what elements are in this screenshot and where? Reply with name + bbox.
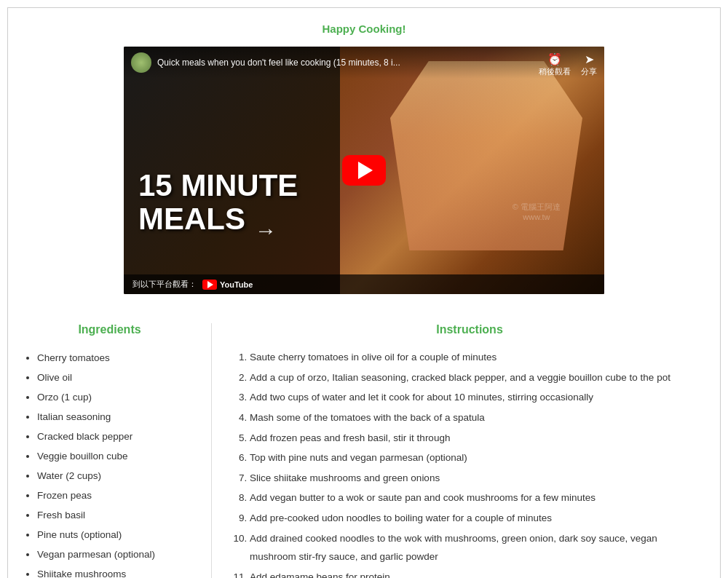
video-thumbnail[interactable]: Quick meals when you don't feel like coo… — [124, 47, 604, 294]
ingredient-item: Orzo (1 cup) — [37, 387, 197, 407]
video-top-right-labels: ⏰ 稍後觀看 ➤ 分享 — [539, 52, 597, 77]
instructions-column: Instructions Saute cherry tomatoes in ol… — [234, 323, 705, 578]
video-bottom-bar: 到以下平台觀看： YouTube — [124, 274, 604, 294]
ingredient-item: Fresh basil — [37, 505, 197, 525]
ingredients-column: Ingredients Cherry tomatoesOlive oilOrzo… — [23, 323, 212, 578]
ingredient-item: Pine nuts (optional) — [37, 525, 197, 545]
ingredients-list: Cherry tomatoesOlive oilOrzo (1 cup)Ital… — [23, 348, 197, 578]
content-section: Ingredients Cherry tomatoesOlive oilOrzo… — [23, 316, 705, 578]
instruction-step: Add two cups of water and let it cook fo… — [250, 388, 705, 407]
instruction-step: Mash some of the tomatoes with the back … — [250, 408, 705, 427]
ingredient-item: Olive oil — [37, 368, 197, 387]
ingredient-item: Shiitake mushrooms — [37, 564, 197, 578]
ingredient-item: Frozen peas — [37, 486, 197, 505]
share-label: ➤ 分享 — [581, 52, 597, 77]
instruction-step: Add pre-cooked udon noodles to boiling w… — [250, 509, 705, 528]
ingredients-title: Ingredients — [23, 323, 197, 336]
instruction-step: Saute cherry tomatoes in olive oil for a… — [250, 348, 705, 367]
instruction-step: Slice shiitake mushrooms and green onion… — [250, 469, 705, 488]
ingredient-item: Cracked black pepper — [37, 427, 197, 446]
ingredient-item: Vegan parmesan (optional) — [37, 545, 197, 564]
ingredient-item: Cherry tomatoes — [37, 348, 197, 368]
video-title: Quick meals when you don't feel like coo… — [157, 58, 597, 68]
play-button[interactable] — [342, 155, 386, 186]
instruction-step: Add frozen peas and fresh basil, stir it… — [250, 429, 705, 448]
youtube-icon — [202, 280, 217, 290]
watch-later-label: ⏰ 稍後觀看 — [539, 52, 571, 77]
instruction-step: Add drained cooked noodles to the wok wi… — [250, 529, 705, 566]
instruction-step: Add vegan butter to a wok or saute pan a… — [250, 488, 705, 507]
ingredient-item: Water (2 cups) — [37, 466, 197, 486]
youtube-logo[interactable]: YouTube — [202, 280, 253, 290]
instructions-title: Instructions — [234, 323, 705, 336]
youtube-play-icon — [207, 281, 213, 288]
instruction-step: Add a cup of orzo, Italian seasoning, cr… — [250, 368, 705, 387]
watch-on-text: 到以下平台觀看： — [132, 279, 197, 290]
instructions-list: Saute cherry tomatoes in olive oil for a… — [234, 348, 705, 578]
instruction-step: Add edamame beans for protein — [250, 568, 705, 578]
watermark: © 電腦王阿達 www.tw — [513, 202, 561, 221]
channel-avatar — [131, 52, 151, 73]
instruction-step: Top with pine nuts and vegan parmesan (o… — [250, 448, 705, 467]
video-top-bar: Quick meals when you don't feel like coo… — [124, 47, 604, 79]
page-container: Happy Cooking! Quick meals when you don'… — [7, 7, 721, 578]
happy-cooking-header: Happy Cooking! — [23, 23, 705, 35]
play-triangle-icon — [358, 162, 373, 179]
video-container[interactable]: Quick meals when you don't feel like coo… — [124, 47, 604, 294]
hand-image — [390, 61, 582, 250]
ingredient-item: Veggie bouillon cube — [37, 446, 197, 466]
video-arrow: → — [255, 218, 277, 243]
youtube-label: YouTube — [220, 280, 253, 289]
ingredient-item: Italian seasoning — [37, 407, 197, 427]
